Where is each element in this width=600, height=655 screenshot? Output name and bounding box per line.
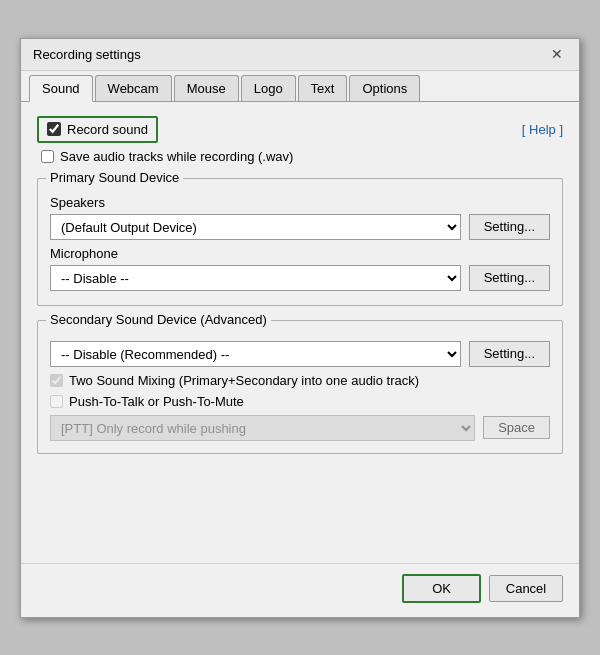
record-sound-checkbox[interactable]	[47, 122, 61, 136]
primary-device-group-title: Primary Sound Device	[46, 170, 183, 185]
title-bar: Recording settings ✕	[21, 39, 579, 71]
tab-logo[interactable]: Logo	[241, 75, 296, 101]
recording-settings-dialog: Recording settings ✕ Sound Webcam Mouse …	[20, 38, 580, 618]
save-audio-label: Save audio tracks while recording (.wav)	[60, 149, 293, 164]
speakers-setting-button[interactable]: Setting...	[469, 214, 550, 240]
secondary-device-group-title: Secondary Sound Device (Advanced)	[46, 312, 271, 327]
speakers-select-row: (Default Output Device) Setting...	[50, 214, 550, 240]
ptt-mode-select: [PTT] Only record while pushing	[50, 415, 475, 441]
secondary-setting-button[interactable]: Setting...	[469, 341, 550, 367]
microphone-select-row: -- Disable -- Setting...	[50, 265, 550, 291]
tab-options[interactable]: Options	[349, 75, 420, 101]
save-audio-checkbox[interactable]	[41, 150, 54, 163]
cancel-button[interactable]: Cancel	[489, 575, 563, 602]
ptt-row: Push-To-Talk or Push-To-Mute	[50, 394, 550, 409]
ptt-select-row: [PTT] Only record while pushing Space	[50, 415, 550, 441]
tab-mouse[interactable]: Mouse	[174, 75, 239, 101]
ptt-key-display: Space	[483, 416, 550, 439]
record-sound-row: Record sound [ Help ]	[37, 116, 563, 143]
secondary-sound-device-group: Secondary Sound Device (Advanced) -- Dis…	[37, 320, 563, 454]
ptt-label: Push-To-Talk or Push-To-Mute	[69, 394, 244, 409]
tab-sound[interactable]: Sound	[29, 75, 93, 102]
tabs-bar: Sound Webcam Mouse Logo Text Options	[21, 71, 579, 102]
secondary-select[interactable]: -- Disable (Recommended) --	[50, 341, 461, 367]
mixing-checkbox	[50, 374, 63, 387]
dialog-footer: OK Cancel	[21, 563, 579, 617]
mixing-label: Two Sound Mixing (Primary+Secondary into…	[69, 373, 419, 388]
help-link[interactable]: [ Help ]	[522, 122, 563, 137]
tab-content-sound: Record sound [ Help ] Save audio tracks …	[21, 102, 579, 563]
speakers-label: Speakers	[50, 195, 550, 210]
tab-webcam[interactable]: Webcam	[95, 75, 172, 101]
primary-sound-device-group: Primary Sound Device Speakers (Default O…	[37, 178, 563, 306]
record-sound-label[interactable]: Record sound	[37, 116, 158, 143]
ptt-checkbox	[50, 395, 63, 408]
microphone-label: Microphone	[50, 246, 550, 261]
close-button[interactable]: ✕	[547, 47, 567, 61]
mixing-row: Two Sound Mixing (Primary+Secondary into…	[50, 373, 550, 388]
dialog-title: Recording settings	[33, 47, 141, 62]
speakers-select[interactable]: (Default Output Device)	[50, 214, 461, 240]
save-audio-row: Save audio tracks while recording (.wav)	[41, 149, 563, 164]
secondary-select-row: -- Disable (Recommended) -- Setting...	[50, 341, 550, 367]
ok-button[interactable]: OK	[402, 574, 481, 603]
microphone-select[interactable]: -- Disable --	[50, 265, 461, 291]
microphone-setting-button[interactable]: Setting...	[469, 265, 550, 291]
tab-text[interactable]: Text	[298, 75, 348, 101]
